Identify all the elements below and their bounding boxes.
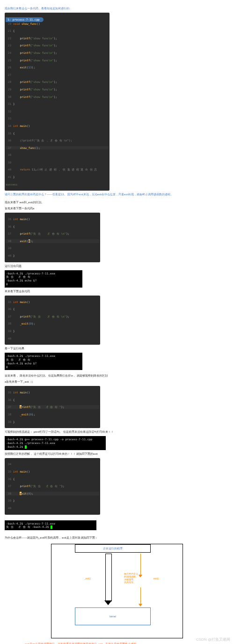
- code-block-1: 1: process-7-11.cpp 20void show_func() 2…: [5, 13, 110, 191]
- para-2: 首先来看下面一条代码a: [5, 207, 229, 211]
- para-1: 现在来看下 exit和_exit的区别。: [5, 200, 229, 205]
- terminal-4: -bash-4.2$ ./process-7-11.exe 失 去 才 会 有 …: [5, 520, 96, 531]
- terminal-1: -bash-4.2$ ./process-7-11.exe 失 去 才 会 有 …: [5, 270, 82, 288]
- para-7: a首先来看一下_exit（）: [5, 380, 229, 384]
- para-3: 运行没有问题: [5, 264, 229, 268]
- code-block-5: 34 35int main() 36{ 37 printf("失 去 才 会 有…: [5, 458, 100, 515]
- para-5: 看一下运行结果: [5, 347, 229, 351]
- terminal-2: -bash-4.2$ ./process-7-11.exe 失 去 才 会 有 …: [5, 353, 82, 370]
- para-9: 按照我们正常的理解， 这个程序是可以打印出来的！！！ 就如同下面的exit: [5, 452, 229, 456]
- code-block-4: 35int main() 36{ 37 printf("失 去 才 会 有 ")…: [5, 386, 100, 428]
- watermark: CSDN @打鱼又晒网: [196, 637, 230, 642]
- para-10: 为什么会这样——就是因为_exit时系统调用， exit是上层封装 就如同下面：: [5, 536, 229, 540]
- para-8: 可观察到的情况就是： printf打印了一段话句。 但是程序并没有将这段话句打印…: [5, 430, 229, 434]
- question-1: 请问上面的程序的退出码是什么？——答案是13。 因为对于exit来说，无论exi…: [5, 192, 229, 197]
- para-4: 再来看下面这条代码: [5, 289, 229, 294]
- bullet-1: _exit是一个系统调用接口，正常程序直接调用操作系统接口_exit，直接在系统…: [23, 642, 229, 644]
- code-block-2: 35int main() 36{ 37 printf("失 去 才 会 有 \n…: [5, 213, 100, 262]
- file-tab: 1: process-7-11.cpp: [6, 17, 44, 22]
- terminal-3: -bash-4.2$ g++ process-7-11.cpp -o proce…: [5, 436, 106, 450]
- para-6: 目前来看， 两者并没有什么区别。 但是如果我们去掉\n， 就能够观察到两者的区别: [5, 374, 229, 378]
- code-block-3: 35int main() 36{ 37 printf("失 去 才 会 有 \n…: [5, 296, 100, 345]
- intro-text: 现在我们来看这么一条代码，看看知道是如何进行的:: [5, 7, 229, 11]
- diagram-exit: 正在运行的程序 _exit() exit() 执行用户定义 的清理函数, 冲刷缓…: [51, 544, 183, 638]
